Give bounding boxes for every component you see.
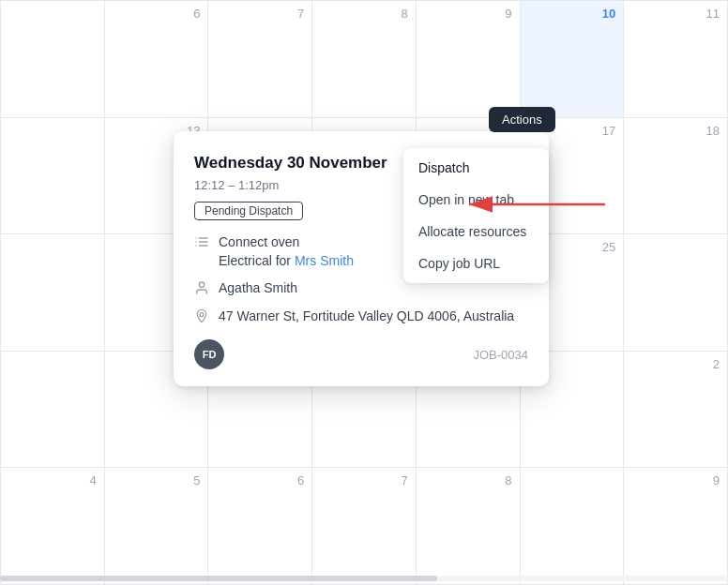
scrollbar-track[interactable] <box>0 576 728 581</box>
calendar-cell[interactable]: 8 <box>417 468 521 585</box>
scrollbar-thumb[interactable] <box>0 576 437 581</box>
cell-number: 2 <box>631 357 720 371</box>
calendar-cell[interactable]: 5 <box>105 468 209 585</box>
calendar-cell[interactable]: 6 <box>208 468 312 585</box>
calendar-cell[interactable] <box>1 234 105 352</box>
cell-number: 7 <box>320 473 408 488</box>
dropdown-item[interactable]: Copy job URL <box>403 248 549 279</box>
status-badge[interactable]: Pending Dispatch <box>194 202 303 220</box>
calendar-cell[interactable]: 4 <box>1 468 105 585</box>
calendar-cell[interactable] <box>1 118 105 235</box>
description-text: Connect oven Electrical for Mrs Smith <box>219 233 354 270</box>
cell-number: 4 <box>8 473 97 488</box>
actions-tooltip-label: Actions <box>502 112 542 127</box>
cell-number: 5 <box>113 473 201 488</box>
event-footer: FD JOB-0034 <box>194 339 528 369</box>
calendar-cell[interactable]: 11 <box>624 1 728 118</box>
event-title: Wednesday 30 November <box>194 154 387 172</box>
calendar-cell[interactable] <box>624 234 728 352</box>
calendar-cell[interactable]: 8 <box>312 1 417 118</box>
cell-number: 18 <box>631 124 720 138</box>
address-row: 47 Warner St, Fortitude Valley QLD 4006,… <box>194 308 528 326</box>
person-name: Agatha Smith <box>219 279 297 298</box>
description-line1: Connect oven <box>219 234 299 249</box>
calendar-cell[interactable]: 7 <box>208 1 312 118</box>
location-icon <box>194 308 209 326</box>
calendar-cell[interactable]: 7 <box>312 468 417 585</box>
cell-number: 6 <box>113 7 201 21</box>
calendar-cell[interactable]: 9 <box>624 468 728 585</box>
actions-tooltip: Actions <box>489 107 555 132</box>
calendar-cell[interactable]: 10 <box>521 1 625 118</box>
calendar-cell[interactable]: 9 <box>417 1 521 118</box>
description-icon <box>194 234 209 252</box>
cell-number: 10 <box>528 7 616 21</box>
red-arrow-indicator <box>460 193 610 216</box>
cell-number: 8 <box>320 7 408 21</box>
avatar: FD <box>194 339 224 369</box>
cell-number: 6 <box>216 473 304 488</box>
calendar-cell[interactable]: 18 <box>624 118 728 235</box>
description-line2: Electrical for Mrs Smith <box>219 253 354 268</box>
calendar-cell[interactable] <box>1 352 105 469</box>
cell-number: 9 <box>424 7 512 21</box>
dropdown-item[interactable]: Allocate resources <box>403 216 549 248</box>
svg-point-9 <box>199 282 204 287</box>
cell-number: 9 <box>631 473 720 488</box>
calendar-cell[interactable]: 6 <box>105 1 209 118</box>
dropdown-menu: DispatchOpen in new tabAllocate resource… <box>403 148 549 283</box>
cell-number: 11 <box>631 7 720 21</box>
calendar-cell[interactable] <box>521 468 625 585</box>
dropdown-item[interactable]: Dispatch <box>403 152 549 184</box>
calendar-cell[interactable] <box>1 1 105 118</box>
job-id: JOB-0034 <box>473 348 528 362</box>
person-icon <box>194 280 209 298</box>
svg-point-10 <box>200 313 204 317</box>
cell-number: 7 <box>216 7 304 21</box>
cell-number: 8 <box>424 473 512 488</box>
calendar-cell[interactable]: 2 <box>624 352 728 469</box>
address-text: 47 Warner St, Fortitude Valley QLD 4006,… <box>219 308 514 326</box>
